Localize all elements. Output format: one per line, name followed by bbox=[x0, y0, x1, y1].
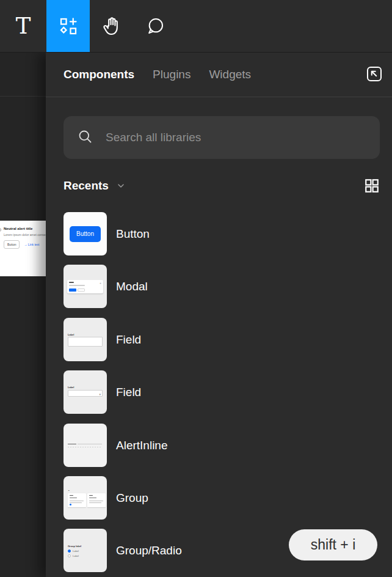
chevron-down-icon[interactable] bbox=[116, 181, 126, 191]
search-icon bbox=[77, 128, 93, 147]
modal-thumbnail: + bbox=[64, 265, 107, 308]
text-tool-button[interactable]: T bbox=[0, 0, 46, 52]
component-name: Group bbox=[116, 476, 148, 520]
list-item-modal[interactable]: + Modal bbox=[64, 265, 380, 317]
shortcut-hint-badge: shift + i bbox=[289, 529, 377, 560]
popout-button[interactable] bbox=[365, 65, 384, 85]
components-panel: Components Plugins Widgets Recents bbox=[46, 53, 392, 577]
thumb-button-label: Button bbox=[70, 226, 101, 242]
tab-plugins[interactable]: Plugins bbox=[153, 68, 191, 81]
alert-link[interactable]: → Link text bbox=[24, 243, 39, 246]
comment-icon bbox=[145, 17, 165, 36]
hand-tool-button[interactable] bbox=[90, 0, 133, 52]
list-item-button[interactable]: Button Button bbox=[64, 212, 380, 265]
canvas-background[interactable]: Neutral alert title Lorem ipsum dolor am… bbox=[0, 53, 46, 577]
text-tool-icon: T bbox=[16, 15, 31, 37]
field-select-thumbnail: Label ▾ bbox=[64, 370, 107, 414]
hand-icon bbox=[101, 16, 122, 37]
component-name: Field bbox=[116, 370, 141, 414]
button-thumbnail: Button bbox=[64, 212, 107, 255]
recents-title[interactable]: Recents bbox=[64, 179, 109, 193]
component-name: Field bbox=[116, 318, 141, 361]
thumb-field-label: Label bbox=[68, 386, 74, 389]
popout-icon bbox=[365, 65, 383, 86]
component-name: Group/Radio bbox=[116, 529, 182, 572]
components-list: Button Button + Modal Label bbox=[64, 212, 380, 577]
components-icon bbox=[59, 17, 78, 36]
field-thumbnail: Label bbox=[64, 318, 107, 361]
group-thumbnail: ⌃ bbox=[64, 476, 107, 520]
radio-selected-icon bbox=[68, 549, 71, 553]
components-tool-button[interactable] bbox=[46, 0, 90, 52]
alertinline-thumbnail bbox=[64, 424, 107, 467]
list-item-alertinline[interactable]: AlertInline bbox=[64, 424, 380, 476]
tab-widgets[interactable]: Widgets bbox=[209, 68, 251, 81]
canvas-divider bbox=[0, 96, 46, 97]
thumb-field-label: Label bbox=[68, 333, 74, 336]
tab-components[interactable]: Components bbox=[64, 68, 134, 81]
radio-unselected-icon bbox=[68, 554, 71, 557]
component-name: AlertInline bbox=[116, 424, 168, 467]
component-name: Modal bbox=[116, 265, 148, 308]
toolbar: T bbox=[0, 0, 392, 53]
recents-header: Recents bbox=[64, 177, 380, 195]
list-item-group[interactable]: ⌃ Group bbox=[64, 476, 380, 529]
search-input[interactable] bbox=[106, 131, 366, 144]
list-item-field[interactable]: Label Field bbox=[64, 318, 380, 370]
component-name: Button bbox=[116, 212, 150, 255]
list-item-field-select[interactable]: Label ▾ Field bbox=[64, 370, 380, 423]
grid-view-icon[interactable] bbox=[364, 178, 380, 194]
figma-app: T bbox=[0, 0, 392, 577]
alert-button[interactable]: Button bbox=[4, 240, 20, 249]
alert-title: Neutral alert title bbox=[4, 227, 46, 230]
thumb-group-label: Group label bbox=[68, 545, 81, 548]
search-bar[interactable] bbox=[64, 116, 380, 159]
comment-tool-button[interactable] bbox=[133, 0, 176, 52]
panel-tabs: Components Plugins Widgets bbox=[46, 53, 392, 97]
canvas-alert-component[interactable]: Neutral alert title Lorem ipsum dolor am… bbox=[0, 221, 46, 276]
group-radio-thumbnail: Group label Label Label bbox=[64, 529, 107, 572]
info-icon bbox=[0, 228, 1, 232]
alert-body: Lorem ipsum dolor amet consec bbox=[4, 233, 46, 237]
